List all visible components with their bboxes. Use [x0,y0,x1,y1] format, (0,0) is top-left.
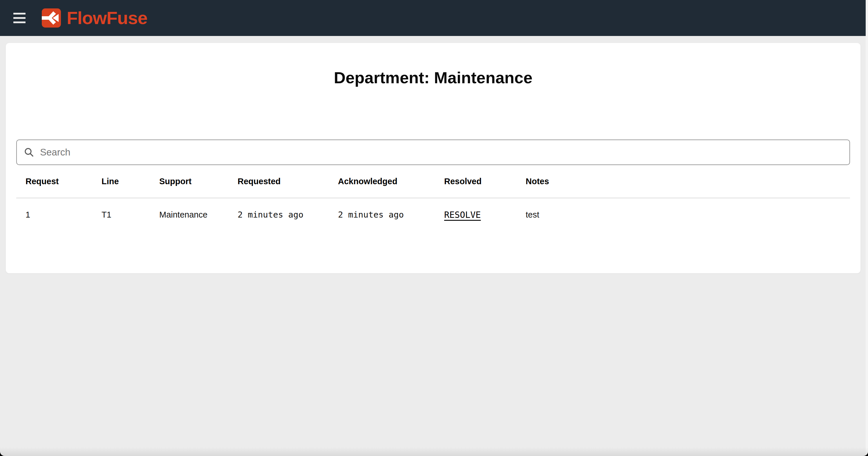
flowfuse-logo: FlowFuse [42,8,147,28]
hamburger-icon [13,17,26,19]
cell-line: T1 [92,198,150,231]
search-icon [24,147,34,157]
cell-requested: 2 minutes ago [228,198,329,231]
page-title: Department: Maintenance [16,43,850,86]
search-input[interactable] [39,147,842,158]
table-row: 1 T1 Maintenance 2 minutes ago 2 minutes… [16,198,850,231]
column-header-notes: Notes [517,165,850,198]
cell-support: Maintenance [150,198,228,231]
hamburger-icon [13,22,26,23]
search-box[interactable] [16,140,850,165]
flowfuse-logo-icon [42,8,61,28]
content-card: Department: Maintenance Request Line Sup… [6,43,861,273]
menu-button[interactable] [9,7,30,28]
column-header-requested: Requested [228,165,329,198]
cell-acknowledged: 2 minutes ago [329,198,435,231]
scrollbar-track[interactable] [866,0,868,456]
flowfuse-wordmark: FlowFuse [67,9,147,27]
resolve-link[interactable]: RESOLVE [444,210,481,220]
cell-request: 1 [16,198,92,231]
column-header-line: Line [92,165,150,198]
requests-table: Request Line Support Requested Acknowled… [16,165,850,231]
app-header: FlowFuse [0,0,868,36]
app-window: FlowFuse Department: Maintenance Request… [0,0,868,456]
column-header-support: Support [150,165,228,198]
hamburger-icon [13,13,26,14]
cell-notes: test [517,198,850,231]
table-header-row: Request Line Support Requested Acknowled… [16,165,850,198]
column-header-resolved: Resolved [435,165,517,198]
column-header-acknowledged: Acknowledged [329,165,435,198]
column-header-request: Request [16,165,92,198]
cell-resolved: RESOLVE [435,198,517,231]
